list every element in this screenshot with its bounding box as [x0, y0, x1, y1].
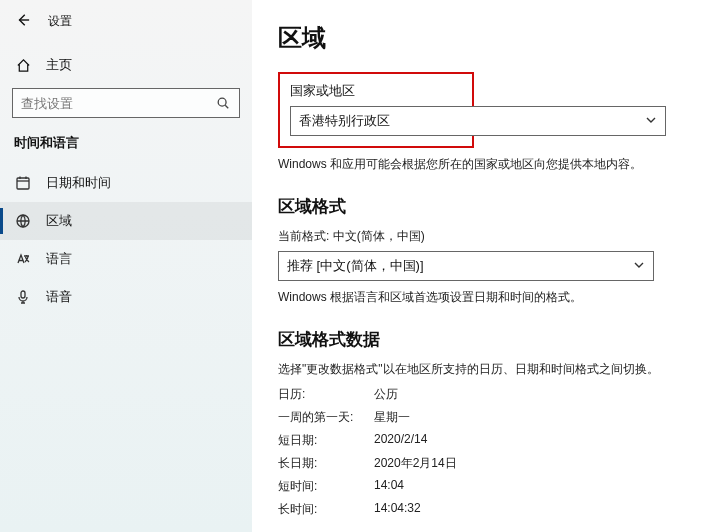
country-hint: Windows 和应用可能会根据您所在的国家或地区向您提供本地内容。: [278, 156, 692, 173]
home-nav[interactable]: 主页: [0, 46, 252, 84]
sidebar-item-datetime[interactable]: 日期和时间: [0, 164, 252, 202]
highlight-box: 国家或地区 香港特别行政区: [278, 72, 474, 148]
country-dropdown[interactable]: 香港特别行政区: [290, 106, 666, 136]
data-heading: 区域格式数据: [278, 328, 692, 351]
search-icon: [213, 89, 233, 117]
kv-key: 长时间:: [278, 501, 374, 518]
kv-key: 短时间:: [278, 478, 374, 495]
sidebar-item-label: 语言: [46, 250, 72, 268]
home-label: 主页: [46, 56, 72, 74]
kv-key: 长日期:: [278, 455, 374, 472]
country-label: 国家或地区: [290, 82, 462, 100]
back-button[interactable]: [12, 10, 34, 32]
chevron-down-icon: [645, 114, 657, 129]
globe-icon: [14, 213, 32, 229]
sidebar-item-label: 区域: [46, 212, 72, 230]
format-dropdown[interactable]: 推荐 [中文(简体，中国)]: [278, 251, 654, 281]
window-title: 设置: [48, 13, 72, 30]
data-desc: 选择"更改数据格式"以在地区所支持的日历、日期和时间格式之间切换。: [278, 361, 692, 378]
search-box[interactable]: [12, 88, 240, 118]
kv-key: 日历:: [278, 386, 374, 403]
sidebar-item-language[interactable]: 语言: [0, 240, 252, 278]
lang-icon: [14, 251, 32, 267]
page-title: 区域: [278, 22, 692, 54]
format-hint: Windows 根据语言和区域首选项设置日期和时间的格式。: [278, 289, 692, 306]
chevron-down-icon: [633, 259, 645, 274]
sidebar-header: 设置: [0, 6, 252, 40]
content-pane: 区域 国家或地区 香港特别行政区 Windows 和应用可能会根据您所在的国家或…: [252, 0, 710, 532]
kv-val: 2020年2月14日: [374, 455, 692, 472]
svg-rect-3: [21, 291, 25, 298]
kv-val: 14:04:32: [374, 501, 692, 518]
sidebar-section-title: 时间和语言: [0, 130, 252, 162]
sidebar-item-label: 语音: [46, 288, 72, 306]
kv-val: 14:04: [374, 478, 692, 495]
home-icon: [14, 58, 32, 73]
format-heading: 区域格式: [278, 195, 692, 218]
mic-icon: [14, 289, 32, 305]
search-input[interactable]: [13, 89, 239, 117]
svg-rect-1: [17, 178, 29, 189]
kv-val: 星期一: [374, 409, 692, 426]
kv-key: 一周的第一天:: [278, 409, 374, 426]
kv-val: 公历: [374, 386, 692, 403]
sidebar-item-label: 日期和时间: [46, 174, 111, 192]
current-format-label: 当前格式: 中文(简体，中国): [278, 228, 692, 245]
sidebar-item-speech[interactable]: 语音: [0, 278, 252, 316]
settings-window: 设置 主页 时间和语言 日期和时间: [0, 0, 710, 532]
format-data-table: 日历: 公历 一周的第一天: 星期一 短日期: 2020/2/14 长日期: 2…: [278, 386, 692, 518]
sidebar: 设置 主页 时间和语言 日期和时间: [0, 0, 252, 532]
kv-val: 2020/2/14: [374, 432, 692, 449]
clock-icon: [14, 175, 32, 191]
arrow-left-icon: [16, 13, 30, 30]
kv-key: 短日期:: [278, 432, 374, 449]
country-dropdown-wrap: 香港特别行政区: [290, 106, 462, 136]
sidebar-item-region[interactable]: 区域: [0, 202, 252, 240]
svg-point-0: [218, 98, 226, 106]
sidebar-nav: 日期和时间 区域 语言 语音: [0, 164, 252, 316]
country-value: 香港特别行政区: [299, 112, 390, 130]
format-value: 推荐 [中文(简体，中国)]: [287, 257, 424, 275]
